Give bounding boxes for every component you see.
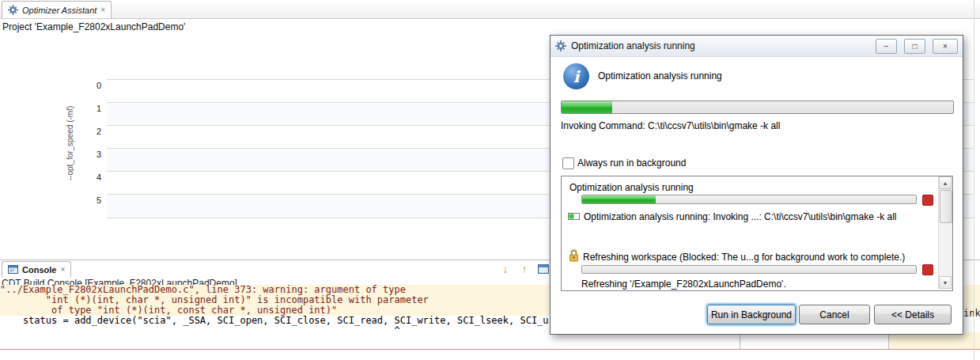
application-window: Optimizer Assistant × Project 'Example_F… xyxy=(0,0,980,360)
scrollbar-thumb[interactable] xyxy=(940,190,952,223)
tab-close-icon[interactable]: × xyxy=(100,6,105,14)
chart-tick-label: 2 xyxy=(82,127,101,136)
chart-tick-label: 0 xyxy=(82,81,101,90)
progress-fill xyxy=(562,101,612,113)
project-label: Project 'Example_F2802xLaunchPadDemo' xyxy=(2,21,185,32)
dialog-title: Optimization analysis running xyxy=(571,40,868,51)
run-in-background-button[interactable]: Run in Background xyxy=(707,305,796,324)
scroll-up-icon[interactable]: ▲ xyxy=(939,176,952,189)
tab-console[interactable]: Console × xyxy=(2,261,71,277)
always-run-background-checkbox[interactable] xyxy=(562,157,574,169)
job-progress-bar xyxy=(581,265,917,274)
horizontal-rule xyxy=(0,349,980,350)
terminate-job-icon[interactable] xyxy=(922,264,933,275)
progress-job-list: Optimization analysis running Optimizati… xyxy=(561,176,953,291)
chart-tick-label: 5 xyxy=(82,195,101,205)
subtask-progress-icon xyxy=(568,213,580,220)
lock-icon xyxy=(569,249,579,262)
job-label: Optimization analysis running xyxy=(569,182,694,193)
dialog-heading: Optimization analysis running xyxy=(598,70,722,81)
dialog-titlebar[interactable]: Optimization analysis running − □ × xyxy=(551,36,963,57)
tab-optimizer-assistant[interactable]: Optimizer Assistant × xyxy=(2,1,112,18)
info-icon: i xyxy=(563,63,589,89)
editor-right-edge xyxy=(974,0,974,360)
previous-marker-icon[interactable]: ↑ xyxy=(517,262,532,276)
console-tab-label: Console xyxy=(22,265,56,275)
panel-divider xyxy=(740,332,740,349)
chart-tick-label: 1 xyxy=(82,104,101,113)
tab-label: Optimizer Assistant xyxy=(22,6,96,15)
restore-icon[interactable]: □ xyxy=(904,39,925,54)
checkbox-label[interactable]: Always run in background xyxy=(577,157,686,169)
main-progress-bar xyxy=(561,100,954,114)
chart-tick-label: 3 xyxy=(82,150,101,159)
progress-fill xyxy=(582,195,656,203)
close-icon[interactable]: × xyxy=(933,39,958,54)
console-icon xyxy=(8,265,18,274)
console-tab-close-icon[interactable]: × xyxy=(60,266,65,274)
chart-tick-label: 4 xyxy=(82,172,101,182)
minimize-icon[interactable]: − xyxy=(876,39,897,54)
job-progress-bar xyxy=(581,195,917,204)
background-panel-fragment xyxy=(888,332,980,349)
list-scrollbar[interactable]: ▲ ▼ xyxy=(938,176,952,289)
details-toggle-button[interactable]: << Details xyxy=(874,305,952,324)
scroll-down-icon[interactable]: ▼ xyxy=(939,276,952,289)
console-toolbar-icon[interactable] xyxy=(536,262,551,276)
next-marker-icon[interactable]: ↓ xyxy=(498,262,513,276)
editor-tabbar: Optimizer Assistant × xyxy=(0,0,980,19)
progress-dialog: Optimization analysis running − □ × i Op… xyxy=(550,35,963,335)
cancel-button[interactable]: Cancel xyxy=(799,305,870,324)
job-label: Optimization analysis running: Invoking … xyxy=(584,211,897,222)
invoking-command-text: Invoking Command: C:\ti\ccsv7\utils\bin\… xyxy=(561,120,780,131)
optimizer-assistant-icon xyxy=(8,5,18,15)
terminate-job-icon[interactable] xyxy=(922,195,933,206)
dialog-icon xyxy=(555,40,566,51)
chart-y-axis-label: --opt_for_speed (-mf) xyxy=(66,106,74,180)
job-label: Refreshing '/Example_F2802xLaunchPadDemo… xyxy=(581,279,786,290)
clipped-text-fragment: ink xyxy=(963,309,980,319)
job-label: Refreshing workspace (Blocked: The u...g… xyxy=(583,252,905,263)
